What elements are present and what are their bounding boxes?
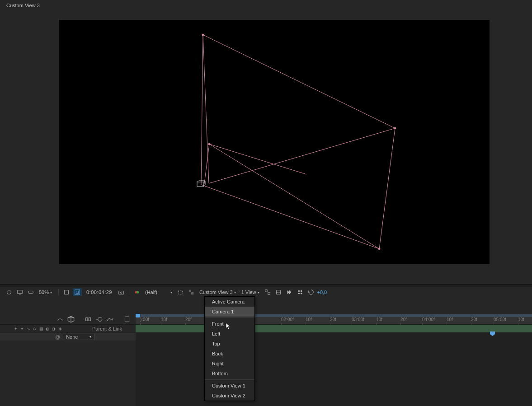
ruler-tick: 20f <box>400 317 407 322</box>
ruler-tick: 02:00f <box>281 317 294 322</box>
view-dropdown-menu: Active CameraCamera 1FrontLeftTopBackRig… <box>204 296 255 401</box>
3d-switch-icon: ◈ <box>57 326 63 332</box>
share-view-icon[interactable] <box>263 288 272 296</box>
frame-blend-icon[interactable] <box>84 315 92 323</box>
svg-rect-30 <box>179 290 183 294</box>
marker-icon[interactable] <box>123 315 131 323</box>
menu-item[interactable]: Front <box>205 319 254 329</box>
mask-toggle-icon[interactable] <box>73 288 82 296</box>
svg-point-19 <box>7 290 11 294</box>
svg-line-2 <box>379 128 395 249</box>
svg-rect-32 <box>191 292 193 294</box>
ruler-tick: 10f <box>306 317 312 322</box>
fast-preview-icon[interactable] <box>285 288 294 296</box>
av-switch-icon: ✦ <box>13 326 19 332</box>
time-ruler[interactable]: ):00f10f20f02:00f10f20f03:00f10f20f04:00… <box>136 314 532 324</box>
reset-exposure-icon[interactable] <box>306 288 315 296</box>
fx-switch-icon: fx <box>32 326 38 332</box>
resolution-icon[interactable] <box>62 288 71 296</box>
svg-point-40 <box>300 293 302 294</box>
menu-item[interactable]: Custom View 1 <box>205 381 254 391</box>
preview-toolbar: 50% ▾ 0:00:04:29 (Half) ▾ Custom View 3 … <box>0 287 532 297</box>
svg-rect-45 <box>125 317 129 322</box>
svg-line-0 <box>203 35 209 183</box>
viewer-camera-label: Custom View 3 <box>6 3 40 8</box>
menu-item[interactable]: Active Camera <box>205 297 254 307</box>
svg-line-1 <box>203 35 395 128</box>
svg-point-39 <box>298 293 300 294</box>
svg-point-29 <box>137 291 139 293</box>
svg-point-43 <box>98 317 102 322</box>
ruler-tick: 04:00f <box>422 317 435 322</box>
channel-icon[interactable] <box>132 288 141 296</box>
work-area-bar[interactable] <box>136 325 532 332</box>
mb-switch-icon: ◐ <box>44 326 51 332</box>
exposure-value[interactable]: +0,0 <box>317 289 327 295</box>
menu-item[interactable]: Camera 1 <box>205 307 254 317</box>
svg-point-38 <box>300 290 302 292</box>
ruler-tick: 03:00f <box>352 317 364 322</box>
svg-point-27 <box>120 292 122 294</box>
ruler-tick: 20f <box>185 317 192 322</box>
menu-item[interactable]: Top <box>205 339 254 349</box>
solo-switch-icon: ↘ <box>25 326 32 332</box>
motion-blur-icon[interactable] <box>95 315 103 323</box>
menu-item[interactable]: Back <box>205 349 254 359</box>
svg-line-3 <box>201 185 379 249</box>
monitor-icon[interactable] <box>15 288 24 296</box>
views-count-dropdown[interactable]: 1 View ▾ <box>240 289 261 295</box>
svg-line-8 <box>209 144 306 174</box>
resolution-dropdown[interactable]: (Half) ▾ <box>143 289 174 295</box>
timeline-button-icon[interactable] <box>296 288 305 296</box>
vr-icon[interactable] <box>26 288 35 296</box>
ruler-tick: 10f <box>447 317 453 322</box>
ruler-tick: 10f <box>161 317 167 322</box>
ruler-tick: 20f <box>471 317 477 322</box>
zoom-dropdown[interactable]: 50% ▾ <box>37 289 55 295</box>
ruler-tick: 10f <box>376 317 382 322</box>
svg-rect-31 <box>189 290 191 292</box>
svg-rect-33 <box>265 290 267 292</box>
menu-item[interactable]: Bottom <box>205 369 254 378</box>
timeline-controls-left <box>0 314 136 324</box>
shy-icon[interactable] <box>56 315 64 323</box>
menu-separator <box>205 379 254 380</box>
snapshot-icon[interactable] <box>117 288 126 296</box>
3d-icon[interactable] <box>67 315 75 323</box>
svg-rect-24 <box>75 290 80 295</box>
ruler-tick: 20f <box>330 317 336 322</box>
svg-line-4 <box>201 35 203 185</box>
menu-item[interactable]: Right <box>205 359 254 369</box>
ruler-tick: 05:00f <box>494 317 506 322</box>
pixel-ar-icon[interactable] <box>274 288 283 296</box>
graph-editor-icon[interactable] <box>106 315 114 323</box>
frameblend-switch-icon: ▦ <box>38 326 44 332</box>
svg-rect-25 <box>76 291 78 293</box>
parent-dropdown[interactable]: None▾ <box>63 334 94 340</box>
composition-viewer: Custom View 3 <box>0 0 532 285</box>
pickwhip-icon[interactable]: @ <box>55 334 60 340</box>
svg-rect-13 <box>197 182 203 187</box>
svg-rect-22 <box>28 291 33 293</box>
svg-rect-34 <box>268 293 269 294</box>
svg-rect-41 <box>85 318 88 321</box>
svg-rect-20 <box>18 290 23 294</box>
menu-item[interactable]: Left <box>205 329 254 339</box>
svg-rect-42 <box>89 318 91 321</box>
svg-rect-26 <box>119 291 124 294</box>
viewport[interactable] <box>59 20 490 264</box>
shy-switch-icon: ✦ <box>19 326 25 332</box>
svg-line-5 <box>209 128 395 183</box>
ruler-tick: ):00f <box>140 317 149 322</box>
svg-point-37 <box>298 290 300 292</box>
transparency-grid-icon[interactable] <box>187 288 196 296</box>
svg-line-7 <box>209 144 379 249</box>
view-dropdown[interactable]: Custom View 3 ▾ <box>198 289 238 295</box>
alpha-icon[interactable] <box>5 288 14 296</box>
svg-rect-23 <box>65 290 69 294</box>
menu-item[interactable]: Custom View 2 <box>205 391 254 401</box>
current-time-display[interactable]: 0:00:04:29 <box>84 289 115 295</box>
parent-column-header: Parent & Link <box>92 326 136 331</box>
svg-point-11 <box>378 248 380 250</box>
roi-icon[interactable] <box>176 288 185 296</box>
